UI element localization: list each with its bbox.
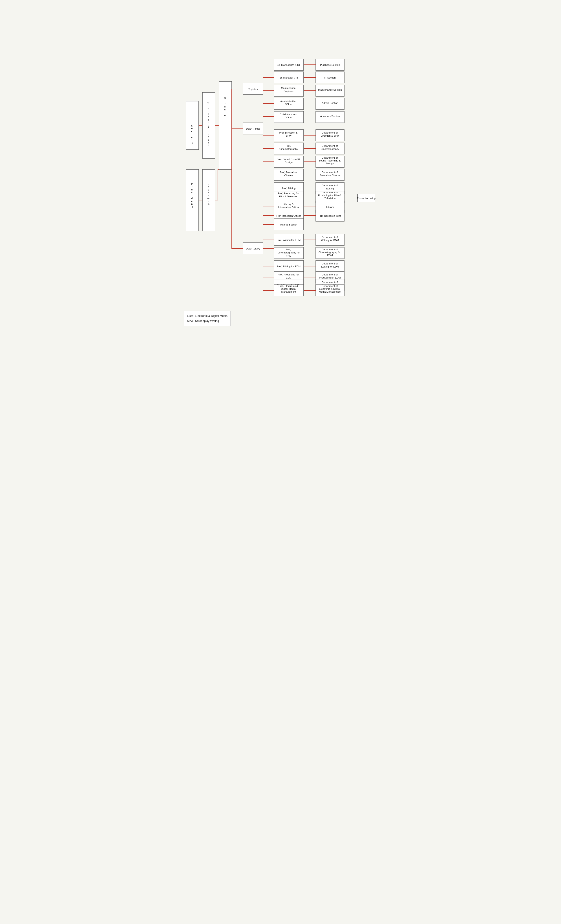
dean-fims-label: Dean (Fims) <box>246 128 260 130</box>
org-chart: text { font-family: Arial, sans-serif; f… <box>184 9 377 326</box>
film-research-officer-label: Film Research Officer <box>276 214 301 217</box>
legend: EDM: Electronic & Digital Media SPW: Scr… <box>184 311 231 326</box>
dean-edm-label: Dean (EDM) <box>246 247 260 250</box>
it-section-label: IT Section <box>324 76 336 79</box>
accounts-section-label: Accounts Section <box>320 115 340 117</box>
purchase-section-label: Purchase Section <box>320 64 340 66</box>
sr-manager-mr-label: Sr. Manager(M & R) <box>278 64 300 66</box>
legend-edm: EDM: Electronic & Digital Media <box>187 313 228 318</box>
registrar-label: Registrar <box>248 88 258 90</box>
film-research-wing-label: Film Research Wing <box>318 214 342 217</box>
prof-cinematography-edm-label2: EDM <box>286 255 291 257</box>
dept-electronic-edm-label: Department of Electronic & Digital Media… <box>319 285 341 293</box>
tutorial-section-label: Tutorial Section <box>280 223 297 226</box>
admin-section-label: Admin Section <box>322 102 338 104</box>
library-label: Library <box>326 206 334 208</box>
sr-manager-it-label: Sr. Manager (IT) <box>279 76 298 79</box>
maintenance-section-label: Maintenance Section <box>318 88 342 91</box>
legend-spw: SPW: Screenplay Writing <box>187 318 228 323</box>
prof-editing-label: Prof, Editing <box>282 187 296 190</box>
production-wing-label: Production Wing <box>357 197 375 200</box>
governing-council-label: G o v e r n i n g C o u n c i l <box>207 101 210 147</box>
director-box <box>219 81 232 170</box>
prof-electronic-edm-label: Prof, Electronic & Digital Media Managem… <box>279 285 299 293</box>
prof-writing-edm-label: Prof, Writing for EDM <box>277 239 300 242</box>
org-svg: text { font-family: Arial, sans-serif; f… <box>184 9 377 306</box>
prof-editing-edm-label: Prof, Editing for EDM <box>277 265 300 268</box>
